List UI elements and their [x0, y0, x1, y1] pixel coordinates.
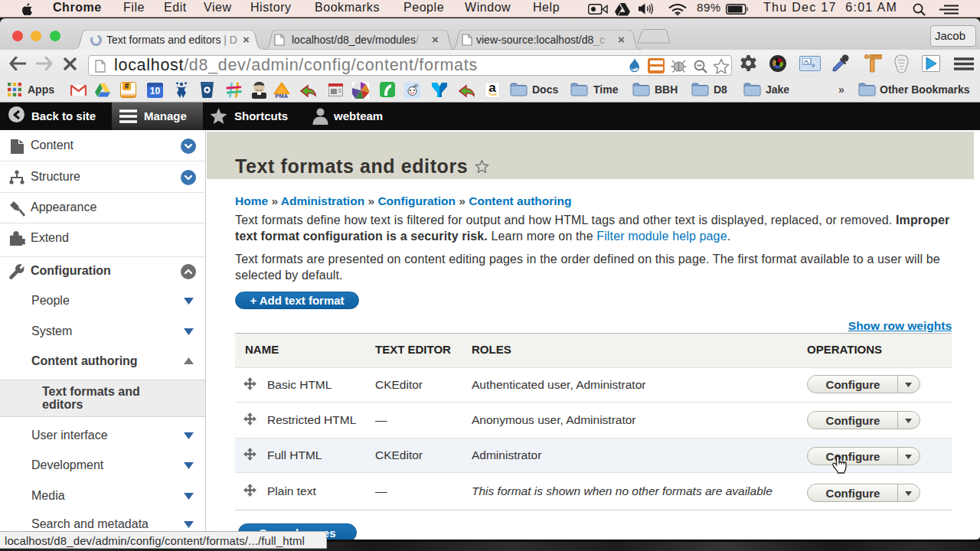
svg-text:PMA: PMA	[276, 93, 289, 99]
